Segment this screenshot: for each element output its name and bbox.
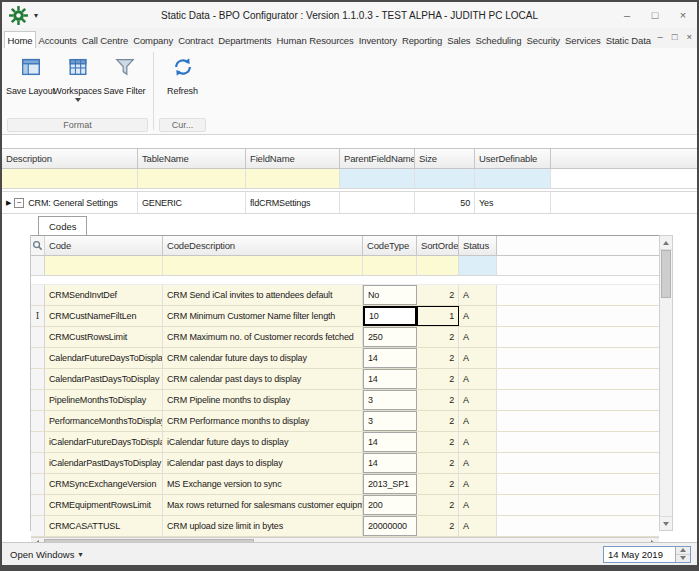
table-row[interactable]: CalendarFutureDaysToDisplay CRM calendar…	[31, 348, 659, 369]
filter-status-input[interactable]	[459, 256, 497, 275]
cell-codetype[interactable]: No	[363, 285, 417, 305]
master-cell-size[interactable]: 50	[415, 192, 475, 213]
table-row-selected[interactable]: I CRMCustNameFiltLen CRM Minimum Custome…	[31, 306, 659, 327]
cell-code[interactable]: CalendarFutureDaysToDisplay	[45, 348, 163, 368]
scroll-up-icon[interactable]	[660, 236, 672, 250]
cell-status[interactable]: A	[459, 516, 497, 536]
tab-services[interactable]: Services	[563, 32, 604, 48]
cell-sortorder[interactable]: 2	[417, 390, 459, 410]
cell-status[interactable]: A	[459, 495, 497, 515]
date-picker[interactable]: 14 May 2019	[603, 546, 691, 563]
master-cell-fieldname[interactable]: fldCRMSettings	[246, 192, 340, 213]
column-header-parentfieldname[interactable]: ParentFieldName	[340, 149, 415, 168]
cell-codedescription[interactable]: CRM Pipeline months to display	[163, 390, 363, 410]
cell-status[interactable]: A	[459, 453, 497, 473]
table-row[interactable]: CRMSendInvtDef CRM Send iCal invites to …	[31, 285, 659, 306]
table-row[interactable]: CalendarPastDaysToDisplay CRM calendar p…	[31, 369, 659, 390]
ribbon-group-caption-format[interactable]: Format	[7, 118, 148, 132]
cell-sortorder[interactable]: 2	[417, 348, 459, 368]
tab-company[interactable]: Company	[131, 32, 176, 48]
cell-codedescription[interactable]: CRM upload size limit in bytes	[163, 516, 363, 536]
maximize-button[interactable]: □	[641, 2, 669, 28]
cell-sortorder[interactable]: 2	[417, 495, 459, 515]
cell-code[interactable]: iCalendarFutureDaysToDisplay	[45, 432, 163, 452]
tab-home[interactable]: Home	[4, 31, 36, 48]
column-header-status[interactable]: Status	[459, 236, 497, 255]
workspaces-dropdown-icon[interactable]	[75, 98, 81, 102]
cell-codedescription[interactable]: CRM calendar future days to display	[163, 348, 363, 368]
mdi-minimize-icon[interactable]: –	[657, 31, 662, 42]
table-row[interactable]: CRMCustRowsLimit CRM Maximum no. of Cust…	[31, 327, 659, 348]
workspaces-button[interactable]: Workspaces	[54, 51, 101, 102]
cell-code[interactable]: CRMEquipmentRowsLimit	[45, 495, 163, 515]
column-header-code[interactable]: Code	[45, 236, 163, 255]
cell-status[interactable]: A	[459, 369, 497, 389]
spinner-up-icon[interactable]	[676, 547, 690, 554]
cell-code[interactable]: PipelineMonthsToDisplay	[45, 390, 163, 410]
cell-sortorder[interactable]: 2	[417, 369, 459, 389]
cell-sortorder[interactable]: 2	[417, 285, 459, 305]
table-row[interactable]: PipelineMonthsToDisplay CRM Pipeline mon…	[31, 390, 659, 411]
cell-status[interactable]: A	[459, 411, 497, 431]
tab-human-resources[interactable]: Human Resources	[274, 32, 356, 48]
cell-status[interactable]: A	[459, 327, 497, 347]
cell-code[interactable]: PerformanceMonthsToDisplay	[45, 411, 163, 431]
cell-code[interactable]: CRMCustRowsLimit	[45, 327, 163, 347]
cell-codetype[interactable]: 2013_SP1	[363, 474, 417, 494]
tab-security[interactable]: Security	[524, 32, 563, 48]
filter-codedescription-input[interactable]	[163, 256, 363, 275]
search-icon[interactable]	[31, 236, 45, 255]
cell-sortorder[interactable]: 2	[417, 432, 459, 452]
cell-status[interactable]: A	[459, 306, 497, 326]
filter-fieldname-input[interactable]	[246, 169, 340, 188]
cell-codedescription[interactable]: iCalendar past days to display	[163, 453, 363, 473]
column-header-userdefinable[interactable]: UserDefinable	[475, 149, 551, 168]
cell-codetype[interactable]: 3	[363, 390, 417, 410]
cell-sortorder[interactable]: 2	[417, 411, 459, 431]
cell-status[interactable]: A	[459, 474, 497, 494]
cell-codetype[interactable]: 14	[363, 369, 417, 389]
column-header-tablename[interactable]: TableName	[138, 149, 246, 168]
cell-code[interactable]: CRMSyncExchangeVersion	[45, 474, 163, 494]
cell-codetype[interactable]: 14	[363, 348, 417, 368]
minimize-button[interactable]: –	[613, 2, 641, 28]
cell-code[interactable]: CRMCustNameFiltLen	[45, 306, 163, 326]
filter-tablename-input[interactable]	[138, 169, 246, 188]
ribbon-group-caption-current[interactable]: Cur...	[159, 118, 206, 132]
table-row[interactable]: PerformanceMonthsToDisplay CRM Performan…	[31, 411, 659, 432]
cell-codedescription[interactable]: CRM calendar past days to display	[163, 369, 363, 389]
filter-code-input[interactable]	[45, 256, 163, 275]
mdi-restore-icon[interactable]: □	[672, 31, 678, 42]
master-cell-userdefinable[interactable]: Yes	[475, 192, 551, 213]
cell-codedescription[interactable]: CRM Maximum no. of Customer records fetc…	[163, 327, 363, 347]
tab-inventory[interactable]: Inventory	[356, 32, 399, 48]
cell-code[interactable]: iCalendarPastDaysToDisplay	[45, 453, 163, 473]
filter-size-input[interactable]	[415, 169, 475, 188]
filter-codetype-input[interactable]	[363, 256, 417, 275]
save-filter-button[interactable]: Save Filter	[101, 51, 148, 96]
filter-sortorder-input[interactable]	[417, 256, 459, 275]
cell-codetype[interactable]: 250	[363, 327, 417, 347]
cell-status[interactable]: A	[459, 348, 497, 368]
cell-sortorder[interactable]: 2	[417, 474, 459, 494]
cell-codedescription[interactable]: CRM Minimum Customer Name filter length	[163, 306, 363, 326]
master-cell-description[interactable]: ▶ − CRM: General Settings	[2, 192, 138, 213]
cell-codetype-selected[interactable]: 10	[363, 306, 417, 326]
cell-sortorder-selected[interactable]: 1	[417, 306, 459, 326]
cell-codetype[interactable]: 200	[363, 495, 417, 515]
filter-parentfieldname-input[interactable]	[340, 169, 415, 188]
column-header-size[interactable]: Size	[415, 149, 475, 168]
tab-scheduling[interactable]: Scheduling	[473, 32, 524, 48]
vertical-scrollbar[interactable]	[659, 235, 673, 531]
column-header-sortorder[interactable]: SortOrder	[417, 236, 459, 255]
table-row[interactable]: iCalendarFutureDaysToDisplay iCalendar f…	[31, 432, 659, 453]
master-row[interactable]: ▶ − CRM: General Settings GENERIC fldCRM…	[2, 191, 697, 214]
cell-status[interactable]: A	[459, 390, 497, 410]
refresh-button[interactable]: Refresh	[159, 51, 206, 96]
tab-codes[interactable]: Codes	[38, 216, 87, 235]
cell-codetype[interactable]: 14	[363, 432, 417, 452]
tab-static-data[interactable]: Static Data	[603, 32, 653, 48]
master-cell-parentfieldname[interactable]	[340, 192, 415, 213]
cell-status[interactable]: A	[459, 432, 497, 452]
cell-status[interactable]: A	[459, 285, 497, 305]
